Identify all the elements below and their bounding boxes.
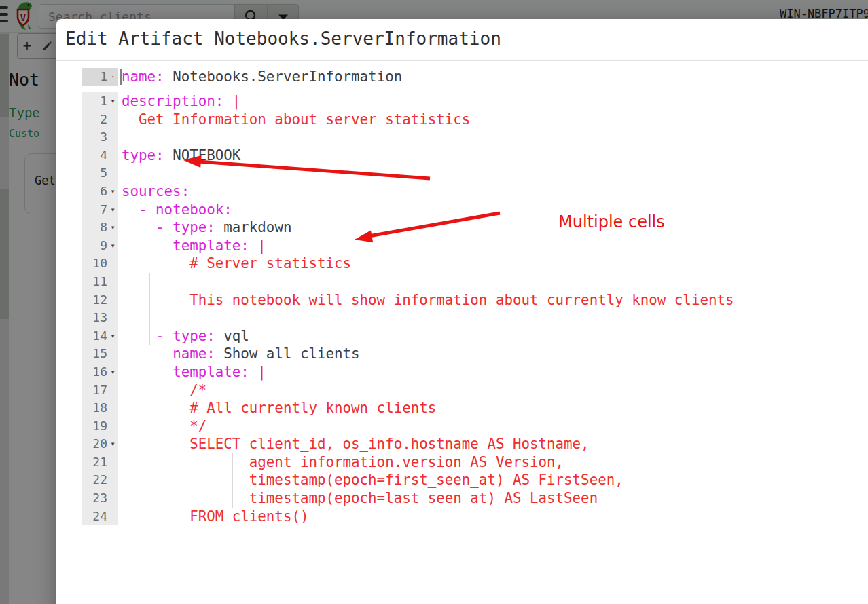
gutter-cell: 4 (82, 147, 118, 165)
code-text: - notebook: (118, 201, 232, 219)
code-line[interactable]: 8▾ - type: markdown (82, 219, 868, 237)
gutter-cell: 13 (82, 309, 118, 327)
line-number: 23 (82, 489, 107, 508)
code-text: name: Show all clients (118, 345, 360, 363)
line-number: 21 (82, 453, 107, 472)
code-line[interactable]: 16▾ template: | (82, 363, 868, 381)
fold-caret-icon[interactable]: ▾ (107, 237, 118, 255)
gutter-cell-foldable[interactable]: 16▾ (82, 363, 118, 381)
fold-caret-icon[interactable]: ▾ (107, 363, 118, 381)
line-number: 17 (82, 381, 107, 400)
code-line[interactable]: 3 (82, 128, 868, 147)
indent-guide (232, 453, 233, 508)
code-line[interactable]: 6▾sources: (82, 183, 868, 201)
line-number: 9 (82, 237, 107, 255)
code-text: */ (118, 417, 206, 436)
code-line[interactable]: 14▾ - type: vql (82, 327, 868, 345)
code-text: name: Notebooks.ServerInformation (118, 68, 402, 86)
fold-caret-icon[interactable]: ▾ (107, 219, 118, 237)
gutter-widget (107, 273, 118, 291)
line-number: 1 (82, 92, 107, 111)
gutter-cell-foldable[interactable]: 7▾ (82, 201, 118, 219)
indent-guide (160, 345, 160, 525)
fold-caret-icon[interactable]: ▾ (107, 183, 118, 201)
code-line[interactable]: 12 This notebook will show information a… (82, 291, 868, 309)
fold-caret-icon[interactable]: ▾ (107, 435, 118, 453)
code-line[interactable]: 24 FROM clients() (82, 508, 868, 526)
gutter-cell-foldable[interactable]: 8▾ (82, 219, 118, 237)
code-line[interactable]: 22 timestamp(epoch=first_seen_at) AS Fir… (82, 471, 868, 489)
gutter-widget (107, 111, 118, 129)
gutter-widget (107, 508, 118, 526)
code-line[interactable]: 18 # All currently known clients (82, 399, 868, 417)
code-line[interactable]: 1▾description: | (82, 92, 868, 111)
gutter-cell-foldable[interactable]: 9▾ (82, 237, 118, 255)
fold-caret-icon[interactable]: ▾ (107, 92, 118, 111)
line-number: 18 (82, 399, 107, 417)
code-line[interactable]: 7▾ - notebook: (82, 201, 868, 219)
gutter-cell: 2 (82, 111, 118, 129)
gutter-cell-foldable[interactable]: 20▾ (82, 435, 118, 453)
gutter-widget (107, 399, 118, 417)
gutter-cell: 22 (82, 471, 118, 489)
gutter-cell: 19 (82, 417, 118, 436)
line-number: 14 (82, 327, 107, 345)
line-number: 12 (82, 291, 107, 309)
code-line[interactable]: 20▾ SELECT client_id, os_info.hostname A… (82, 435, 868, 453)
gutter-cell: 5 (82, 164, 118, 183)
gutter-cell: 3 (82, 128, 118, 147)
line-number: 4 (82, 147, 107, 165)
code-line[interactable]: 4type: NOTEBOOK (82, 147, 868, 165)
gutter-widget (107, 254, 118, 273)
gutter-cell-foldable[interactable]: 14▾ (82, 327, 118, 345)
code-text: SELECT client_id, os_info.hostname AS Ho… (118, 435, 590, 453)
gutter-cell-foldable[interactable]: 6▾ (82, 183, 118, 201)
line-number: 5 (82, 164, 107, 183)
line-number: 20 (82, 435, 107, 453)
code-line[interactable]: 19 */ (82, 417, 868, 436)
text-cursor (120, 69, 122, 85)
fold-caret-icon[interactable]: ▾ (107, 201, 118, 219)
line-number: 10 (82, 254, 107, 273)
artifact-name-editor[interactable]: 1·name: Notebooks.ServerInformation (82, 68, 868, 86)
artifact-yaml-editor[interactable]: 1▾description: |2 Get Information about … (82, 92, 868, 525)
gutter-widget (107, 489, 118, 508)
code-text: - type: markdown (118, 219, 291, 237)
code-line[interactable]: 21 agent_information.version AS Version, (82, 453, 868, 472)
code-text (118, 273, 122, 291)
modal-title: Edit Artifact Notebooks.ServerInformatio… (65, 29, 501, 49)
line-number: 8 (82, 219, 107, 237)
code-line[interactable]: 10 # Server statistics (82, 254, 868, 273)
code-line[interactable]: 15 name: Show all clients (82, 345, 868, 363)
code-text: This notebook will show information abou… (118, 291, 734, 309)
code-line[interactable]: 2 Get Information about server statistic… (82, 111, 868, 129)
gutter-widget (107, 291, 118, 309)
fold-caret-icon[interactable]: ▾ (107, 327, 118, 345)
gutter-cell: 1· (82, 68, 118, 86)
line-number: 19 (82, 417, 107, 436)
gutter-widget (107, 471, 118, 489)
gutter-cell: 15 (82, 345, 118, 363)
code-line[interactable]: 17 /* (82, 381, 868, 400)
indent-guide (196, 453, 196, 508)
line-number: 16 (82, 363, 107, 381)
gutter-widget (107, 381, 118, 400)
gutter-cell: 10 (82, 254, 118, 273)
code-text: timestamp(epoch=first_seen_at) AS FirstS… (118, 471, 623, 489)
gutter-widget (107, 309, 118, 327)
code-line[interactable]: 13 (82, 309, 868, 327)
code-text: - type: vql (118, 327, 249, 345)
gutter-cell-foldable[interactable]: 1▾ (82, 92, 118, 111)
code-line[interactable]: 9▾ template: | (82, 237, 868, 255)
gutter-cell: 23 (82, 489, 118, 508)
code-line[interactable]: 5 (82, 164, 868, 183)
code-line[interactable]: 23 timestamp(epoch=last_seen_at) AS Last… (82, 489, 868, 508)
code-text: sources: (118, 183, 189, 201)
gutter-widget (107, 147, 118, 165)
code-line[interactable]: 11 (82, 273, 868, 291)
gutter-cell: 17 (82, 381, 118, 400)
line-number: 2 (82, 111, 107, 129)
gutter-cell: 11 (82, 273, 118, 291)
code-line[interactable]: 1·name: Notebooks.ServerInformation (82, 68, 868, 86)
gutter-cell: 24 (82, 508, 118, 526)
